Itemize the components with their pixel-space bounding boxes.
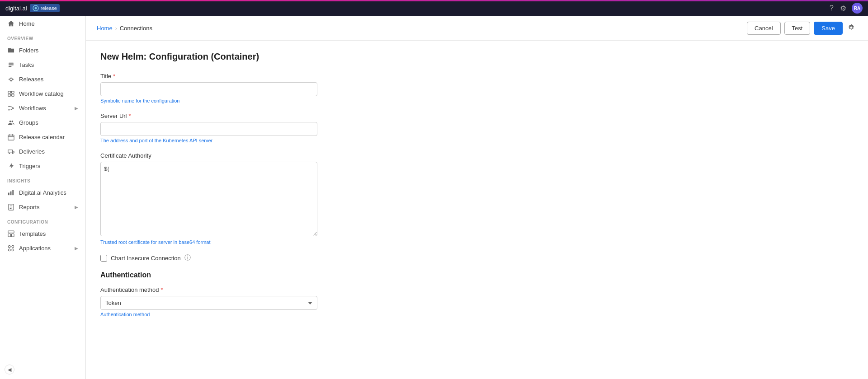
svg-point-26 xyxy=(11,245,14,248)
server-url-input[interactable] xyxy=(100,122,317,136)
certificate-authority-hint: Trusted root certificate for server in b… xyxy=(100,239,854,245)
folders-icon xyxy=(7,47,14,54)
form-area: New Helm: Configuration (Container) Titl… xyxy=(86,41,868,379)
sidebar-item-releases[interactable]: Releases xyxy=(0,72,85,86)
form-title: New Helm: Configuration (Container) xyxy=(100,51,854,62)
authentication-method-select[interactable]: Token Username/Password Certificate xyxy=(100,296,317,310)
svg-rect-2 xyxy=(8,62,13,63)
release-label: release xyxy=(41,5,57,11)
svg-rect-6 xyxy=(8,91,10,93)
svg-rect-9 xyxy=(11,94,14,96)
help-button[interactable]: ? xyxy=(829,3,835,13)
svg-rect-24 xyxy=(11,234,14,237)
navbar-actions: ? ⚙ RA xyxy=(829,3,863,14)
sidebar-item-deliveries-label: Deliveries xyxy=(19,148,78,155)
main-content: Home › Connections Cancel Test Save New … xyxy=(86,16,868,379)
deliveries-icon xyxy=(7,148,14,155)
sidebar-item-workflows-label: Workflows xyxy=(19,105,70,112)
sidebar-item-applications[interactable]: Applications ▶ xyxy=(0,241,85,255)
title-field-group: Title * Symbolic name for the configurat… xyxy=(100,73,854,103)
tasks-icon xyxy=(7,61,14,68)
certificate-authority-field-group: Certificate Authority ${ Trusted root ce… xyxy=(100,152,854,245)
breadcrumb-home[interactable]: Home xyxy=(97,25,113,32)
sidebar-item-tasks[interactable]: Tasks xyxy=(0,57,85,72)
gear-icon xyxy=(848,24,855,31)
certificate-authority-wrapper: ${ xyxy=(100,162,317,238)
title-required-indicator: * xyxy=(113,73,115,80)
templates-icon xyxy=(7,230,14,237)
brand-logo-text: digital.ai xyxy=(5,5,27,12)
releases-icon xyxy=(7,75,14,83)
workflows-icon xyxy=(7,104,14,112)
cancel-button[interactable]: Cancel xyxy=(747,22,780,35)
certificate-authority-textarea[interactable] xyxy=(100,162,317,236)
svg-point-16 xyxy=(9,152,10,154)
breadcrumb-separator: › xyxy=(115,25,117,32)
server-url-label: Server Url * xyxy=(100,112,854,119)
breadcrumb: Home › Connections xyxy=(97,25,152,32)
app-body: Home OVERVIEW Folders Tasks Releases xyxy=(0,16,868,379)
release-calendar-icon xyxy=(7,133,14,140)
settings-button[interactable]: ⚙ xyxy=(839,3,847,14)
svg-rect-8 xyxy=(8,94,10,96)
authentication-method-label: Authentication method * xyxy=(100,286,854,293)
insecure-connection-label[interactable]: Chart Insecure Connection xyxy=(111,255,181,262)
authentication-method-hint: Authentication method xyxy=(100,312,854,317)
sidebar-item-groups[interactable]: Groups xyxy=(0,115,85,130)
sidebar-item-folders[interactable]: Folders xyxy=(0,43,85,57)
server-url-required-indicator: * xyxy=(129,112,131,119)
avatar[interactable]: RA xyxy=(852,3,863,14)
navbar: digital.ai release ? ⚙ RA xyxy=(0,0,868,16)
sidebar-collapse-button[interactable]: ◀ xyxy=(5,365,14,374)
header-actions: Cancel Test Save xyxy=(747,22,857,35)
server-url-hint: The address and port of the Kubernetes A… xyxy=(100,138,854,143)
sidebar-item-home[interactable]: Home xyxy=(0,16,85,31)
svg-rect-22 xyxy=(8,230,14,233)
certificate-authority-label: Certificate Authority xyxy=(100,152,854,159)
sidebar-item-templates-label: Templates xyxy=(19,230,78,237)
svg-rect-20 xyxy=(12,190,14,195)
sidebar-item-analytics[interactable]: Digital.ai Analytics xyxy=(0,185,85,200)
svg-point-17 xyxy=(12,152,13,154)
sidebar-item-triggers[interactable]: Triggers xyxy=(0,159,85,173)
sidebar-item-workflow-catalog-label: Workflow catalog xyxy=(19,90,78,97)
workflow-catalog-icon xyxy=(7,90,14,97)
reports-icon xyxy=(7,203,14,211)
reports-chevron-icon: ▶ xyxy=(75,205,78,210)
home-icon xyxy=(7,20,14,27)
sidebar-item-workflow-catalog[interactable]: Workflow catalog xyxy=(0,86,85,101)
workflows-chevron-icon: ▶ xyxy=(75,106,78,111)
svg-point-10 xyxy=(8,106,9,107)
sidebar-insights-label: INSIGHTS xyxy=(0,173,85,185)
sidebar-item-groups-label: Groups xyxy=(19,119,78,126)
sidebar-item-analytics-label: Digital.ai Analytics xyxy=(19,189,78,196)
sidebar-item-releases-label: Releases xyxy=(19,76,78,83)
title-hint: Symbolic name for the configuration xyxy=(100,98,854,103)
sidebar-item-release-calendar[interactable]: Release calendar xyxy=(0,130,85,144)
release-badge: release xyxy=(30,4,60,12)
sidebar-item-applications-label: Applications xyxy=(19,245,70,252)
svg-point-25 xyxy=(8,245,10,248)
title-input[interactable] xyxy=(100,82,317,96)
svg-point-11 xyxy=(8,109,9,110)
insecure-connection-checkbox[interactable] xyxy=(100,255,107,262)
sidebar-item-deliveries[interactable]: Deliveries xyxy=(0,144,85,159)
sidebar-item-tasks-label: Tasks xyxy=(19,61,78,68)
svg-rect-18 xyxy=(8,192,9,195)
insecure-connection-info-icon[interactable]: ⓘ xyxy=(184,254,191,262)
sidebar: Home OVERVIEW Folders Tasks Releases xyxy=(0,16,86,379)
sidebar-overview-label: OVERVIEW xyxy=(0,31,85,43)
sidebar-item-templates[interactable]: Templates xyxy=(0,226,85,241)
sidebar-item-workflows[interactable]: Workflows ▶ xyxy=(0,101,85,115)
svg-point-27 xyxy=(8,248,10,251)
sidebar-item-folders-label: Folders xyxy=(19,47,78,54)
sidebar-item-triggers-label: Triggers xyxy=(19,163,78,169)
test-button[interactable]: Test xyxy=(784,22,811,35)
sidebar-item-home-label: Home xyxy=(19,20,78,27)
svg-rect-23 xyxy=(8,234,10,237)
page-settings-button[interactable] xyxy=(846,22,857,35)
svg-rect-3 xyxy=(8,64,13,65)
groups-icon xyxy=(7,119,14,126)
sidebar-item-reports[interactable]: Reports ▶ xyxy=(0,200,85,214)
save-button[interactable]: Save xyxy=(814,22,843,35)
